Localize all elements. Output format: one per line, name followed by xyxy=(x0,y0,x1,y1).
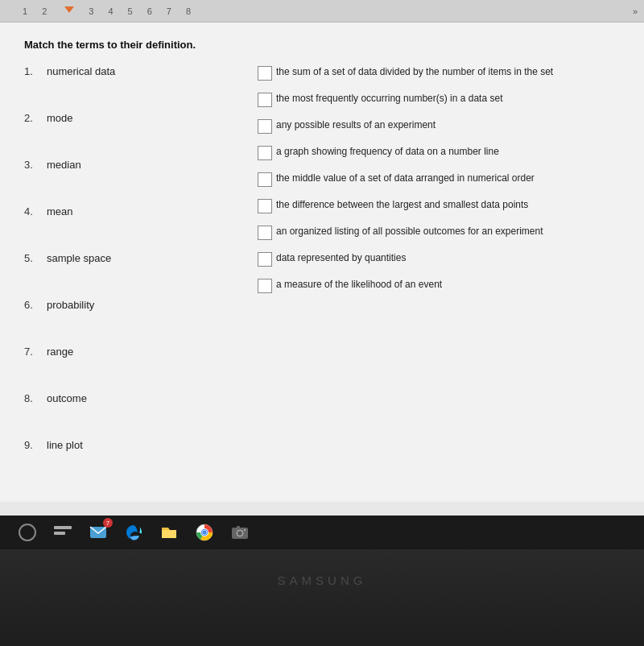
tab-1[interactable]: 1 xyxy=(23,6,27,16)
taskbar: 7 xyxy=(0,516,644,549)
definition-item-4: a graph showing frequency of data on a n… xyxy=(258,145,620,160)
svg-point-4 xyxy=(203,531,207,535)
camera-button[interactable] xyxy=(229,521,251,544)
term-number-1: 1. xyxy=(24,65,47,77)
answer-box-6[interactable] xyxy=(258,199,272,213)
definition-item-6: the difference between the largest and s… xyxy=(258,198,620,213)
tab-7[interactable]: 7 xyxy=(167,6,171,16)
term-number-2: 2. xyxy=(24,112,47,124)
nav-arrows[interactable]: » xyxy=(633,6,638,16)
definition-text-7: an organized listing of all possible out… xyxy=(276,225,620,238)
term-item-2: 2. mode xyxy=(24,112,250,136)
term-number-5: 5. xyxy=(24,252,47,264)
laptop-body: SAMSUNG xyxy=(0,549,644,646)
taskview-button[interactable] xyxy=(52,521,74,544)
definition-text-3: any possible results of an experiment xyxy=(276,118,620,132)
definition-item-2: the most frequently occurring number(s) … xyxy=(258,92,620,107)
answer-box-7[interactable] xyxy=(258,226,272,240)
camera-icon xyxy=(230,523,250,542)
triangle-indicator xyxy=(64,6,74,13)
answer-box-5[interactable] xyxy=(258,172,272,187)
definitions-column: the sum of a set of data divided by the … xyxy=(250,65,620,486)
term-item-5: 5. sample space xyxy=(24,252,250,276)
term-label-9: line plot xyxy=(47,439,83,451)
definition-text-2: the most frequently occurring number(s) … xyxy=(276,92,620,106)
svg-point-7 xyxy=(238,532,242,536)
term-label-2: mode xyxy=(47,112,73,124)
tab-4[interactable]: 4 xyxy=(108,6,113,16)
term-item-3: 3. median xyxy=(24,159,250,183)
screen: 1 2 3 4 5 6 7 8 » Match the terms to the… xyxy=(0,0,644,548)
definition-item-3: any possible results of an experiment xyxy=(258,118,620,134)
svg-rect-9 xyxy=(244,529,246,531)
instruction-text: Match the terms to their definition. xyxy=(24,39,620,51)
tab-3[interactable]: 3 xyxy=(89,6,93,16)
term-label-7: range xyxy=(47,346,73,358)
term-label-3: median xyxy=(47,159,81,171)
term-number-4: 4. xyxy=(24,205,47,217)
definition-text-5: the middle value of a set of data arrang… xyxy=(276,172,620,185)
term-item-7: 7. range xyxy=(24,346,250,370)
files-button[interactable] xyxy=(158,521,180,544)
definition-item-5: the middle value of a set of data arrang… xyxy=(258,172,620,187)
tab-2[interactable]: 2 xyxy=(42,6,47,16)
definition-item-7: an organized listing of all possible out… xyxy=(258,225,620,240)
definition-text-1: the sum of a set of data divided by the … xyxy=(276,65,620,79)
samsung-logo: SAMSUNG xyxy=(278,574,367,587)
definition-item-8: data represented by quantities xyxy=(258,251,620,267)
edge-button[interactable] xyxy=(122,521,145,544)
term-label-4: mean xyxy=(47,205,73,217)
tab-8[interactable]: 8 xyxy=(186,6,191,16)
brand-area: SAMSUNG xyxy=(0,549,644,588)
answer-box-2[interactable] xyxy=(258,93,272,107)
files-icon xyxy=(159,523,179,542)
definition-text-8: data represented by quantities xyxy=(276,251,620,265)
tab-6[interactable]: 6 xyxy=(147,6,152,16)
mail-badge: 7 xyxy=(103,518,113,528)
chrome-icon xyxy=(195,523,214,542)
search-icon[interactable] xyxy=(16,521,39,544)
definition-item-9: a measure of the likelihood of an event xyxy=(258,278,620,293)
term-label-1: numerical data xyxy=(47,65,115,77)
term-number-6: 6. xyxy=(24,299,47,311)
tab-bar: 1 2 3 4 5 6 7 8 » xyxy=(0,0,644,23)
edge-icon xyxy=(124,523,143,542)
term-item-9: 9. line plot xyxy=(24,439,250,463)
answer-box-4[interactable] xyxy=(258,146,272,160)
term-item-6: 6. probability xyxy=(24,299,250,323)
definition-text-9: a measure of the likelihood of an event xyxy=(276,278,620,292)
term-label-6: probability xyxy=(47,299,94,311)
answer-box-8[interactable] xyxy=(258,252,272,267)
content-area: Match the terms to their definition. 1. … xyxy=(0,23,644,502)
term-number-9: 9. xyxy=(24,439,47,451)
term-label-8: outcome xyxy=(47,392,87,404)
svg-rect-8 xyxy=(237,526,240,528)
tab-numbers: 1 2 3 4 5 6 7 8 xyxy=(23,6,191,16)
tab-5[interactable]: 5 xyxy=(128,6,133,16)
definition-text-6: the difference between the largest and s… xyxy=(276,198,620,212)
term-number-8: 8. xyxy=(24,392,47,404)
definition-text-4: a graph showing frequency of data on a n… xyxy=(276,145,620,159)
term-item-8: 8. outcome xyxy=(24,392,250,416)
taskview-icon xyxy=(54,526,72,539)
matching-container: 1. numerical data 2. mode 3. median 4. m… xyxy=(24,65,620,486)
term-number-7: 7. xyxy=(24,346,47,358)
mail-button[interactable]: 7 xyxy=(87,521,109,544)
term-label-5: sample space xyxy=(47,252,111,264)
chrome-button[interactable] xyxy=(193,521,216,544)
circle-button[interactable] xyxy=(19,524,36,541)
term-item-4: 4. mean xyxy=(24,205,250,230)
definition-item-1: the sum of a set of data divided by the … xyxy=(258,65,620,81)
term-item-1: 1. numerical data xyxy=(24,65,250,89)
answer-box-3[interactable] xyxy=(258,119,272,134)
answer-box-9[interactable] xyxy=(258,279,272,293)
term-number-3: 3. xyxy=(24,159,47,171)
terms-column: 1. numerical data 2. mode 3. median 4. m… xyxy=(24,65,250,486)
answer-box-1[interactable] xyxy=(258,66,272,81)
